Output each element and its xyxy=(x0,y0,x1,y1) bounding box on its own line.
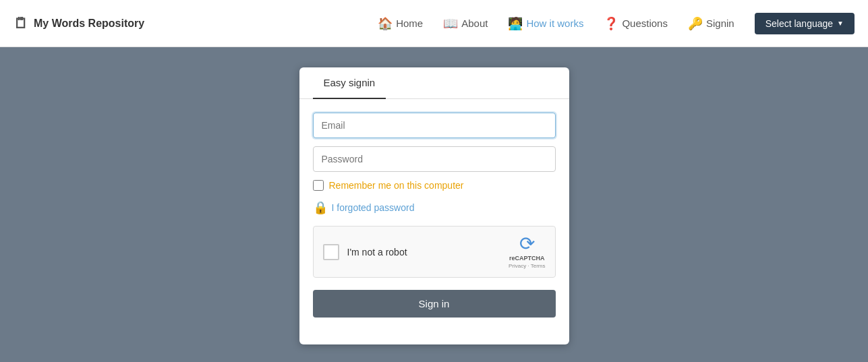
recaptcha-terms-privacy: Privacy · Terms xyxy=(509,263,546,269)
nav-label-signin: Signin xyxy=(706,18,734,29)
recaptcha-box[interactable]: I'm not a robot ⟳ reCAPTCHA Privacy · Te… xyxy=(313,226,556,278)
nav-label-how-it-works: How it works xyxy=(526,18,583,29)
main-content: Easy signin Remember me on this computer… xyxy=(0,47,868,362)
tab-easy-signin[interactable]: Easy signin xyxy=(313,67,386,99)
nav-link-signin[interactable]: 🔑 Signin xyxy=(688,16,734,31)
nav-link-how-it-works[interactable]: 🧑‍💻 How it works xyxy=(508,16,583,31)
signin-card: Easy signin Remember me on this computer… xyxy=(299,67,569,344)
key-icon: 🔑 xyxy=(688,16,703,31)
lock-icon: 🔒 xyxy=(313,200,328,215)
nav-label-about: About xyxy=(461,18,488,29)
nav-item-about[interactable]: 📖 About xyxy=(443,16,488,31)
password-input[interactable] xyxy=(313,146,556,172)
brand-icon: 🗒 xyxy=(13,15,28,32)
recaptcha-icon: ⟳ xyxy=(519,235,535,253)
remember-me-checkbox[interactable] xyxy=(313,180,324,191)
home-icon: 🏠 xyxy=(378,16,393,31)
select-language-button[interactable]: Select language xyxy=(755,13,855,34)
remember-me-label[interactable]: Remember me on this computer xyxy=(329,180,464,191)
nav-item-questions[interactable]: ❓ Questions xyxy=(604,16,668,31)
email-input[interactable] xyxy=(313,113,556,138)
remember-me-row: Remember me on this computer xyxy=(313,180,556,191)
brand-link[interactable]: 🗒 My Words Repository xyxy=(13,15,144,32)
how-icon: 🧑‍💻 xyxy=(508,16,523,31)
form-body: Remember me on this computer 🔒 I forgote… xyxy=(299,99,569,324)
recaptcha-text: I'm not a robot xyxy=(347,247,407,258)
brand-label: My Words Repository xyxy=(34,18,144,30)
forgot-password-link[interactable]: I forgoted password xyxy=(332,202,415,213)
recaptcha-logo: ⟳ reCAPTCHA Privacy · Terms xyxy=(509,235,546,269)
nav-item-signin[interactable]: 🔑 Signin xyxy=(688,16,734,31)
nav-link-questions[interactable]: ❓ Questions xyxy=(604,16,668,31)
nav-label-questions: Questions xyxy=(622,18,668,29)
recaptcha-brand: reCAPTCHA xyxy=(509,255,545,262)
nav-links: 🏠 Home 📖 About 🧑‍💻 How it works ❓ Questi… xyxy=(378,16,734,31)
nav-label-home: Home xyxy=(396,18,423,29)
recaptcha-checkbox[interactable] xyxy=(323,244,339,260)
forgot-password-row: 🔒 I forgoted password xyxy=(313,200,556,215)
tab-bar: Easy signin xyxy=(299,67,569,99)
book-icon: 📖 xyxy=(443,16,458,31)
nav-link-home[interactable]: 🏠 Home xyxy=(378,16,423,31)
nav-link-about[interactable]: 📖 About xyxy=(443,16,488,31)
question-icon: ❓ xyxy=(604,16,618,31)
recaptcha-left: I'm not a robot xyxy=(323,244,407,260)
navbar: 🗒 My Words Repository 🏠 Home 📖 About 🧑‍💻… xyxy=(0,0,868,47)
select-language-label: Select language xyxy=(765,18,833,29)
signin-button[interactable]: Sign in xyxy=(313,290,556,318)
nav-item-how-it-works[interactable]: 🧑‍💻 How it works xyxy=(508,16,583,31)
nav-item-home[interactable]: 🏠 Home xyxy=(378,16,423,31)
